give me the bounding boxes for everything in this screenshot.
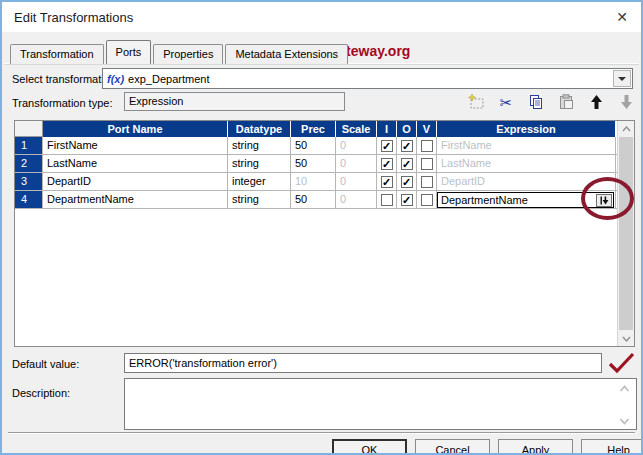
expression-cell[interactable]: LastName: [437, 155, 616, 172]
move-down-icon: [615, 92, 637, 112]
input-port-checkbox[interactable]: ✓: [381, 158, 393, 170]
scale-cell[interactable]: 0: [336, 155, 377, 172]
transformation-type-label: Transformation type:: [12, 97, 112, 109]
row-number-cell[interactable]: 2: [15, 155, 43, 172]
description-label: Description:: [12, 387, 70, 399]
help-button[interactable]: Help: [581, 439, 643, 455]
variable-port-checkbox-cell[interactable]: [417, 191, 437, 208]
header-port-name: Port Name: [43, 121, 228, 137]
variable-port-checkbox-cell[interactable]: [417, 155, 437, 172]
new-port-icon[interactable]: [465, 92, 487, 112]
function-icon: f(x): [107, 73, 124, 85]
input-port-checkbox-cell[interactable]: [377, 191, 397, 208]
header-scale: Scale: [336, 121, 377, 137]
tab-transformation[interactable]: Transformation: [10, 44, 104, 64]
tab-metadata-extensions[interactable]: Metadata Extensions: [225, 44, 348, 64]
ports-table: Port NameDatatypePrecScaleIOVExpression1…: [14, 120, 635, 347]
expression-cell[interactable]: FirstName: [437, 137, 616, 154]
input-port-checkbox-cell[interactable]: ✓: [377, 155, 397, 172]
port-name-cell[interactable]: FirstName: [43, 137, 228, 154]
scale-cell[interactable]: 0: [336, 191, 377, 208]
variable-port-checkbox[interactable]: [421, 194, 433, 206]
cancel-button[interactable]: Cancel: [415, 439, 490, 455]
transformation-combobox[interactable]: f(x) exp_Department: [102, 68, 633, 89]
description-textarea[interactable]: [124, 378, 637, 430]
scale-cell[interactable]: 0: [336, 173, 377, 190]
combobox-dropdown-button[interactable]: [613, 70, 631, 87]
move-up-icon[interactable]: [585, 92, 607, 112]
variable-port-checkbox-cell[interactable]: [417, 173, 437, 190]
table-row: 1FirstNamestring500✓✓FirstName: [15, 137, 617, 155]
datatype-cell[interactable]: integer: [228, 173, 291, 190]
expression-cell[interactable]: DepartmentName: [437, 191, 616, 208]
copy-icon[interactable]: [525, 92, 547, 112]
header-expression: Expression: [437, 121, 616, 137]
prec-cell[interactable]: 10: [291, 173, 336, 190]
scroll-up-icon[interactable]: [618, 121, 634, 136]
ports-toolbar: ✂: [465, 90, 637, 114]
default-value-input[interactable]: [124, 353, 602, 373]
output-port-checkbox-cell[interactable]: ✓: [397, 155, 417, 172]
paste-icon: [555, 92, 577, 112]
output-port-checkbox[interactable]: ✓: [401, 194, 413, 206]
input-port-checkbox-cell[interactable]: ✓: [377, 137, 397, 154]
header-prec: Prec: [291, 121, 336, 137]
output-port-checkbox-cell[interactable]: ✓: [397, 191, 417, 208]
output-port-checkbox[interactable]: ✓: [401, 176, 413, 188]
row-number-cell[interactable]: 1: [15, 137, 43, 154]
prec-cell[interactable]: 50: [291, 155, 336, 172]
output-port-checkbox[interactable]: ✓: [401, 158, 413, 170]
scroll-down-icon[interactable]: [618, 331, 634, 346]
variable-port-checkbox[interactable]: [421, 140, 433, 152]
variable-port-checkbox-cell[interactable]: [417, 137, 437, 154]
ok-button[interactable]: OK: [332, 439, 407, 455]
input-port-checkbox[interactable]: ✓: [381, 140, 393, 152]
datatype-cell[interactable]: string: [228, 137, 291, 154]
expression-cell[interactable]: DepartID: [437, 173, 616, 190]
scrollbar-thumb[interactable]: [619, 137, 633, 330]
output-port-checkbox-cell[interactable]: ✓: [397, 173, 417, 190]
table-scrollbar[interactable]: [617, 121, 634, 346]
variable-port-checkbox[interactable]: [421, 176, 433, 188]
window-title: Edit Transformations: [14, 10, 133, 25]
tab-properties[interactable]: Properties: [153, 44, 223, 64]
default-value-label: Default value:: [12, 358, 79, 370]
port-name-cell[interactable]: DepartID: [43, 173, 228, 190]
table-header-row: Port NameDatatypePrecScaleIOVExpression: [15, 121, 617, 137]
datatype-cell[interactable]: string: [228, 191, 291, 208]
apply-button[interactable]: Apply: [498, 439, 573, 455]
prec-cell[interactable]: 50: [291, 191, 336, 208]
input-port-checkbox-cell[interactable]: ✓: [377, 173, 397, 190]
table-row: 4DepartmentNamestring500✓DepartmentName: [15, 191, 617, 209]
table-row: 2LastNamestring500✓✓LastName: [15, 155, 617, 173]
header-num: [15, 121, 43, 137]
row-number-cell[interactable]: 4: [15, 191, 43, 208]
tab-ports[interactable]: Ports: [106, 40, 152, 64]
output-port-checkbox-cell[interactable]: ✓: [397, 137, 417, 154]
output-port-checkbox[interactable]: ✓: [401, 140, 413, 152]
header-v: V: [417, 121, 437, 137]
close-icon[interactable]: ✕: [613, 8, 631, 26]
scale-cell[interactable]: 0: [336, 137, 377, 154]
table-row: 3DepartIDinteger100✓✓DepartID: [15, 173, 617, 191]
row-number-cell[interactable]: 3: [15, 173, 43, 190]
port-name-cell[interactable]: LastName: [43, 155, 228, 172]
description-scroll-up-icon[interactable]: [619, 382, 630, 394]
ports-grid: Port NameDatatypePrecScaleIOVExpression1…: [15, 121, 617, 346]
cut-icon[interactable]: ✂: [495, 92, 517, 112]
separator: [8, 432, 635, 434]
port-name-cell[interactable]: DepartmentName: [43, 191, 228, 208]
description-scroll-down-icon[interactable]: [619, 415, 630, 427]
validate-check-icon[interactable]: [607, 352, 635, 376]
expression-editor-field[interactable]: DepartmentName: [437, 192, 614, 208]
open-expression-editor-button[interactable]: [596, 194, 612, 207]
header-o: O: [397, 121, 417, 137]
tab-bar: TransformationPortsPropertiesMetadata Ex…: [10, 38, 350, 64]
variable-port-checkbox[interactable]: [421, 158, 433, 170]
input-port-checkbox[interactable]: ✓: [381, 176, 393, 188]
input-port-checkbox[interactable]: [381, 194, 393, 206]
prec-cell[interactable]: 50: [291, 137, 336, 154]
edit-transformations-dialog: { "window": { "title": "Edit Transformat…: [0, 0, 643, 455]
datatype-cell[interactable]: string: [228, 155, 291, 172]
transformation-combobox-value: exp_Department: [128, 73, 209, 85]
